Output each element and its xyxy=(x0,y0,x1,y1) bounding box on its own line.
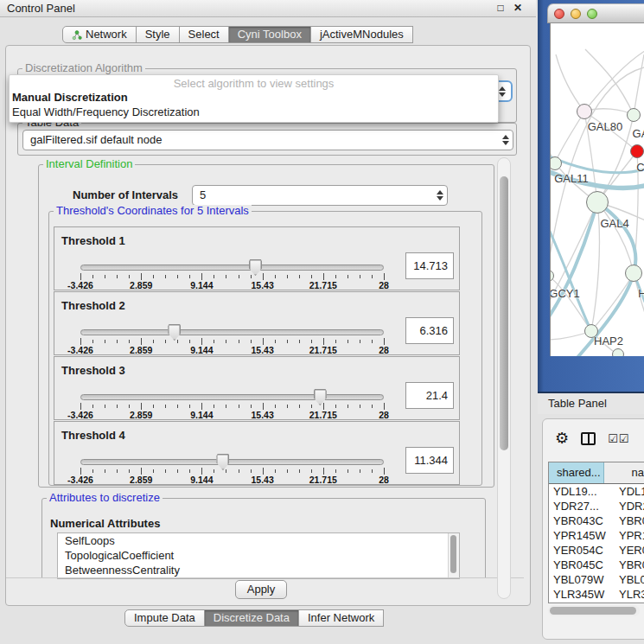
attribute-item[interactable]: BetweennessCentrality xyxy=(58,563,459,577)
bottom-tab-label: Discretize Data xyxy=(214,610,290,626)
threshold-value-field[interactable]: 6.316 xyxy=(405,317,454,344)
panel-scrollbar-thumb[interactable] xyxy=(500,176,508,450)
table-row[interactable]: YIL052C YIL0 xyxy=(549,602,644,603)
table-row[interactable]: YLR345W YLR3 xyxy=(549,587,644,602)
table-cell-shared: YBR043C xyxy=(549,513,612,528)
slider-scale-label: -3.426 xyxy=(67,280,93,290)
algorithm-option[interactable]: Equal Width/Frequency Discretization xyxy=(12,105,501,119)
table-data-combo-value: galFiltered.sif default node xyxy=(23,131,499,149)
top-tab[interactable]: jActiveMNodules xyxy=(310,26,413,43)
slider-scale-label: 2.859 xyxy=(130,345,152,355)
table-row[interactable]: YBL079W YBL0 xyxy=(549,572,644,587)
close-traffic-light-icon[interactable] xyxy=(554,9,564,19)
slider-tick xyxy=(105,340,105,343)
network-node[interactable] xyxy=(625,265,642,282)
apply-button[interactable]: Apply xyxy=(235,580,287,599)
slider-tick xyxy=(165,469,166,473)
table-row[interactable]: YDR27... YDR2 xyxy=(549,499,644,513)
column-header-name[interactable]: na xyxy=(604,462,644,483)
slider-tick xyxy=(299,469,300,473)
zoom-traffic-light-icon[interactable] xyxy=(587,9,597,19)
bottom-tab-label: Infer Network xyxy=(308,610,374,626)
slider-tick xyxy=(226,405,226,408)
threshold-slider-track[interactable] xyxy=(80,329,384,335)
top-tab[interactable]: Style xyxy=(136,26,180,43)
bottom-tab[interactable]: Discretize Data xyxy=(204,609,299,627)
slider-tick xyxy=(335,469,336,473)
table-horizontal-scrollbar[interactable] xyxy=(548,605,640,616)
threshold-slider-track[interactable] xyxy=(80,394,384,400)
slider-tick xyxy=(263,468,264,475)
slider-tick xyxy=(129,340,130,343)
slider-scale-label: -3.426 xyxy=(67,475,93,485)
threshold-value-field[interactable]: 21.4 xyxy=(405,382,454,409)
top-tab[interactable]: Select xyxy=(179,26,229,43)
table-row[interactable]: YER054C YER0 xyxy=(549,543,644,558)
slider-tick xyxy=(287,340,288,343)
panel-scrollbar[interactable] xyxy=(497,157,511,599)
slider-tick xyxy=(323,468,324,475)
columns-icon[interactable] xyxy=(581,432,596,445)
slider-tick xyxy=(165,340,166,343)
network-node[interactable] xyxy=(577,104,592,119)
discretization-algorithm-legend: Discretization Algorithm xyxy=(22,62,145,73)
network-node-label: H xyxy=(638,287,644,300)
slider-scale-label: 28 xyxy=(379,280,389,290)
bottom-tab[interactable]: Impute Data xyxy=(124,609,205,627)
slider-tick xyxy=(384,273,385,280)
table-row[interactable]: YBR043C YBR0 xyxy=(549,513,644,528)
slider-tick xyxy=(141,468,142,475)
threshold-slider-track[interactable] xyxy=(80,265,384,271)
slider-tick xyxy=(311,340,312,343)
column-header-shared[interactable]: shared... xyxy=(549,462,604,483)
network-node[interactable] xyxy=(586,191,609,214)
slider-tick xyxy=(239,275,239,278)
slider-tick xyxy=(323,273,324,280)
top-tab-label: jActiveMNodules xyxy=(320,27,404,42)
network-node-label: GAL4 xyxy=(600,217,628,230)
attribute-item[interactable]: SelfLoops xyxy=(58,533,459,548)
attributes-list-scrollbar[interactable] xyxy=(448,533,459,578)
slider-scale: -3.4262.8599.14415.4321.71528 xyxy=(80,475,385,485)
close-window-icon[interactable]: ✕ xyxy=(511,1,525,15)
threshold-value-field[interactable]: 14.713 xyxy=(405,252,454,279)
slider-tick xyxy=(201,403,202,410)
network-window-titlebar[interactable] xyxy=(547,3,644,23)
slider-tick xyxy=(360,469,360,473)
combo-stepper-icon xyxy=(433,190,447,201)
slider-tick xyxy=(251,275,252,278)
table-hscrollbar-thumb[interactable] xyxy=(550,607,636,615)
table-data-combo[interactable]: galFiltered.sif default node xyxy=(22,130,513,150)
slider-tick xyxy=(335,275,336,278)
number-of-intervals-combo[interactable]: 5 xyxy=(192,185,448,206)
float-window-icon[interactable]: □ xyxy=(494,1,507,15)
slider-tick xyxy=(311,275,312,278)
checkbox-icons[interactable]: ☑☑ xyxy=(608,432,629,445)
top-tab[interactable]: Cyni Toolbox xyxy=(228,26,311,43)
table-row[interactable]: YDL19... YDL1 xyxy=(549,484,644,499)
algorithm-option[interactable]: Manual Discretization xyxy=(12,90,501,105)
slider-tick xyxy=(360,275,360,278)
threshold-label: Threshold 3 xyxy=(61,364,125,377)
slider-tick xyxy=(153,340,154,343)
slider-tick xyxy=(384,468,385,475)
minimize-traffic-light-icon[interactable] xyxy=(571,9,581,19)
network-node[interactable] xyxy=(630,144,644,158)
slider-tick xyxy=(92,340,93,343)
gear-icon[interactable]: ⚙ xyxy=(555,430,569,447)
table-row[interactable]: YBR045C YBR0 xyxy=(549,558,644,572)
network-node[interactable] xyxy=(612,348,624,356)
attribute-item[interactable]: TopologicalCoefficient xyxy=(58,548,459,563)
algorithm-option-list: Manual Discretization Equal Width/Freque… xyxy=(10,90,498,119)
slider-tick xyxy=(177,405,178,408)
threshold-slider-track[interactable] xyxy=(80,459,384,465)
top-tab-label: Network xyxy=(86,27,127,42)
numerical-attributes-list: SelfLoopsTopologicalCoefficientBetweenne… xyxy=(57,532,460,579)
network-node[interactable] xyxy=(627,108,641,122)
top-tab[interactable]: Network xyxy=(62,26,137,43)
table-row[interactable]: YPR145W YPR1 xyxy=(549,528,644,543)
threshold-value-field[interactable]: 11.344 xyxy=(405,447,454,474)
attributes-scrollbar-thumb[interactable] xyxy=(450,535,456,573)
bottom-tab[interactable]: Infer Network xyxy=(298,609,384,627)
network-canvas[interactable]: GAL80GACGAL11GAL4HGCY1HAP2 xyxy=(550,23,644,356)
